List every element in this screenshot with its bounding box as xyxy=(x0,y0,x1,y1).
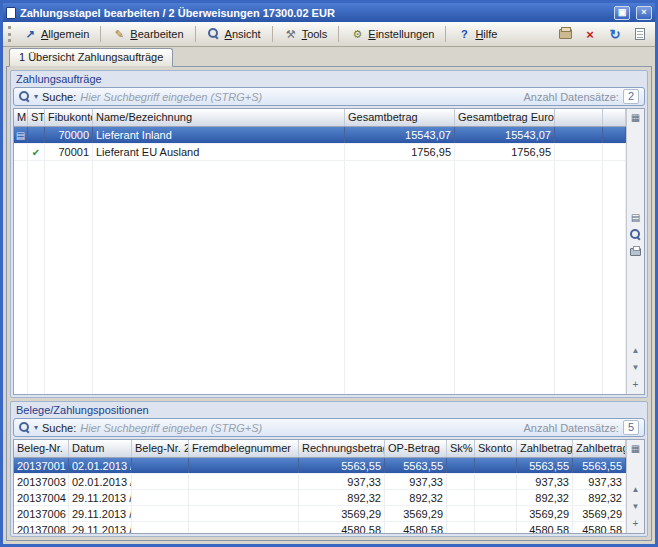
ansicht-button[interactable]: Ansicht xyxy=(200,25,268,44)
bearbeiten-label: Bearbeiten xyxy=(130,28,183,40)
einstellungen-button[interactable]: ⚙ Einstellungen xyxy=(343,25,441,43)
table-cell: 1756,95 xyxy=(345,144,455,160)
table-cell: 892,32 xyxy=(573,490,626,505)
positions-search-input[interactable] xyxy=(80,422,519,434)
hammer-icon: ⚒ xyxy=(284,29,298,40)
table-cell: 29.11.2013 /Fr xyxy=(69,522,132,534)
column-header[interactable]: Zahlbetrag xyxy=(517,440,573,457)
orders-table: MSTFibukontoName/BezeichnungGesamtbetrag… xyxy=(13,108,645,395)
positions-panel-title: Belege/Zahlungspositionen xyxy=(13,404,645,418)
table-cell: 937,33 xyxy=(299,474,385,489)
orders-table-rows: ▤70000Lieferant Inland15543,0715543,07✔7… xyxy=(14,127,626,161)
toolbar-grip[interactable] xyxy=(8,26,11,42)
chevron-down-icon[interactable]: ▾ xyxy=(34,93,38,101)
move-down-icon[interactable]: ▼ xyxy=(629,500,643,514)
hilfe-label: Hilfe xyxy=(475,28,497,40)
table-cell: 4580,58 xyxy=(385,522,447,534)
table-cell: 5563,55 xyxy=(517,458,573,473)
column-header[interactable]: Skonto xyxy=(475,440,517,457)
table-cell: 15543,07 xyxy=(345,127,455,143)
column-header[interactable]: Beleg-Nr. 2 xyxy=(132,440,189,457)
column-header[interactable]: Name/Bezeichnung xyxy=(93,109,345,126)
grid-line-cell xyxy=(28,161,45,394)
record-count-label: Anzahl Datensätze: xyxy=(523,91,618,103)
add-icon[interactable]: + xyxy=(629,517,643,531)
order-row[interactable]: ✔70001Lieferant EU Ausland1756,951756,95 xyxy=(14,144,626,161)
column-header[interactable]: Fremdbelegnummer xyxy=(189,440,299,457)
table-cell: 15543,07 xyxy=(455,127,555,143)
column-header[interactable]: OP-Betrag xyxy=(385,440,447,457)
window-icon xyxy=(6,7,16,19)
column-header[interactable]: Beleg-Nr. xyxy=(14,440,69,457)
column-header[interactable] xyxy=(603,109,626,126)
column-header[interactable]: Gesamtbetrag xyxy=(345,109,455,126)
orders-search-input[interactable] xyxy=(80,91,519,103)
orders-table-header: MSTFibukontoName/BezeichnungGesamtbetrag… xyxy=(14,109,626,127)
positions-table-header: Beleg-Nr.DatumBeleg-Nr. 2Fremdbelegnumme… xyxy=(14,440,626,458)
column-chooser-icon[interactable]: ▦ xyxy=(629,442,643,456)
zoom-icon[interactable] xyxy=(629,228,643,242)
print-button[interactable] xyxy=(556,25,574,43)
add-icon[interactable]: + xyxy=(629,378,643,392)
restore-button[interactable]: ▣ xyxy=(614,6,630,20)
table-cell: 937,33 xyxy=(385,474,447,489)
tools-button[interactable]: ⚒ Tools xyxy=(277,25,335,43)
table-cell: 1756,95 xyxy=(455,144,555,160)
table-cell: 5563,55 xyxy=(573,458,626,473)
column-header[interactable]: ST xyxy=(28,109,45,126)
column-header[interactable]: Zahlbetrag Euro xyxy=(573,440,626,457)
chevron-down-icon[interactable]: ▾ xyxy=(34,424,38,432)
position-row[interactable]: 2013700429.11.2013 /Fr892,32892,32892,32… xyxy=(14,490,626,506)
table-cell: 3569,29 xyxy=(517,506,573,521)
close-button[interactable]: × xyxy=(636,6,652,20)
note-icon: ▤ xyxy=(16,130,25,141)
order-row[interactable]: ▤70000Lieferant Inland15543,0715543,07 xyxy=(14,127,626,144)
table-cell xyxy=(555,144,603,160)
table-cell xyxy=(189,474,299,489)
column-header[interactable]: M xyxy=(14,109,28,126)
orders-table-empty-area xyxy=(14,161,626,394)
allgemein-button[interactable]: ↗ Allgemein xyxy=(16,25,96,43)
grid-line-cell xyxy=(603,161,626,394)
column-header[interactable] xyxy=(555,109,603,126)
bearbeiten-button[interactable]: ✎ Bearbeiten xyxy=(105,25,190,43)
table-cell: 20137006 xyxy=(14,506,69,521)
refresh-button[interactable]: ↻ xyxy=(606,25,624,43)
move-up-icon[interactable]: ▲ xyxy=(629,483,643,497)
tab-uebersicht-zahlungsauftraege[interactable]: 1 Übersicht Zahlungsaufträge xyxy=(9,48,173,67)
table-cell xyxy=(14,144,28,160)
delete-button[interactable]: × xyxy=(581,25,599,43)
table-cell: 5563,55 xyxy=(299,458,385,473)
position-row[interactable]: 2013700829.11.2013 /Fr4580,584580,584580… xyxy=(14,522,626,534)
column-header[interactable]: Rechnungsbetrag xyxy=(299,440,385,457)
hilfe-button[interactable]: ? Hilfe xyxy=(450,25,504,43)
table-cell: 70000 xyxy=(45,127,93,143)
table-cell: 20137001 xyxy=(14,458,69,473)
toolbar-separator xyxy=(195,26,196,42)
move-up-icon[interactable]: ▲ xyxy=(629,344,643,358)
toolbar-separator xyxy=(272,26,273,42)
position-row[interactable]: 2013700102.01.2013 /Mi5563,555563,555563… xyxy=(14,458,626,474)
toolbar-separator xyxy=(338,26,339,42)
column-header[interactable]: Gesamtbetrag Euro xyxy=(455,109,555,126)
table-cell xyxy=(475,474,517,489)
position-row[interactable]: 2013700629.11.2013 /Fr3569,293569,293569… xyxy=(14,506,626,522)
column-header[interactable]: Datum xyxy=(69,440,132,457)
table-cell: 3569,29 xyxy=(573,506,626,521)
table-cell xyxy=(475,490,517,505)
column-header[interactable]: Sk% xyxy=(447,440,475,457)
column-header[interactable]: Fibukonto xyxy=(45,109,93,126)
delete-icon: × xyxy=(586,27,594,42)
table-cell xyxy=(132,506,189,521)
record-count-value: 5 xyxy=(623,420,639,435)
position-row[interactable]: 2013700302.01.2013 /Mi937,33937,33937,33… xyxy=(14,474,626,490)
move-down-icon[interactable]: ▼ xyxy=(629,361,643,375)
table-cell: Lieferant EU Ausland xyxy=(93,144,345,160)
table-cell: 29.11.2013 /Fr xyxy=(69,490,132,505)
new-document-button[interactable] xyxy=(631,25,649,43)
refresh-icon: ↻ xyxy=(610,27,621,42)
print-preview-icon[interactable] xyxy=(629,245,643,259)
form-view-icon[interactable]: ▤ xyxy=(629,211,643,225)
table-cell xyxy=(28,127,45,143)
column-chooser-icon[interactable]: ▦ xyxy=(629,111,643,125)
